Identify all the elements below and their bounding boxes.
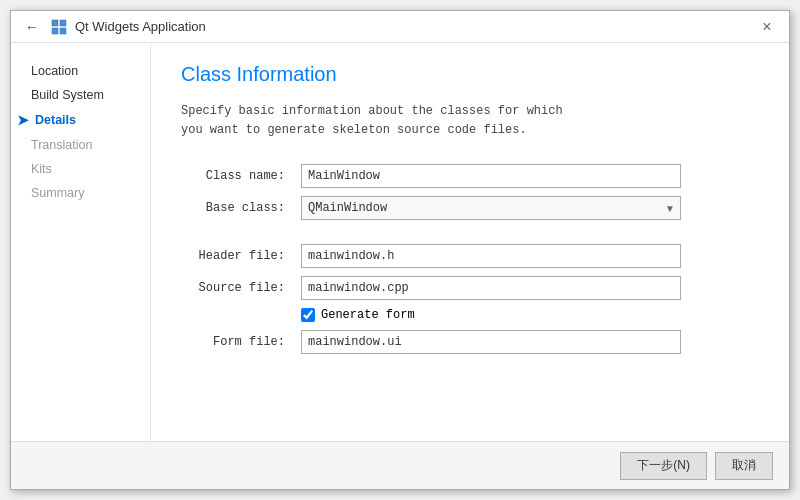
dialog-footer: 下一步(N) 取消 xyxy=(11,441,789,489)
sidebar-item-label: Kits xyxy=(31,162,52,176)
sidebar-item-details[interactable]: ➤ Details xyxy=(11,107,150,133)
close-button[interactable]: × xyxy=(755,15,779,39)
sidebar-item-label: Details xyxy=(35,113,76,127)
sidebar-item-label: Translation xyxy=(31,138,92,152)
next-button[interactable]: 下一步(N) xyxy=(620,452,707,480)
form-spacer-1 xyxy=(181,228,681,236)
cancel-button[interactable]: 取消 xyxy=(715,452,773,480)
source-file-input[interactable] xyxy=(301,276,681,300)
class-name-input[interactable] xyxy=(301,164,681,188)
base-class-label: Base class: xyxy=(181,201,291,215)
form-file-input[interactable] xyxy=(301,330,681,354)
generate-form-row: Generate form xyxy=(301,308,681,322)
svg-rect-3 xyxy=(60,28,66,34)
app-icon xyxy=(51,19,67,35)
sidebar: Location Build System ➤ Details Translat… xyxy=(11,43,151,441)
sidebar-item-location[interactable]: Location xyxy=(11,59,150,83)
class-info-form: Class name: Base class: QMainWindow QWid… xyxy=(181,164,681,354)
title-bar-left: ← Qt Widgets Application xyxy=(21,17,206,37)
sidebar-item-label: Summary xyxy=(31,186,84,200)
description: Specify basic information about the clas… xyxy=(181,102,661,140)
active-arrow-icon: ➤ xyxy=(17,112,29,128)
sidebar-item-kits[interactable]: Kits xyxy=(11,157,150,181)
dialog-window: ← Qt Widgets Application × Location Buil… xyxy=(10,10,790,490)
sidebar-item-label: Location xyxy=(31,64,78,78)
class-name-label: Class name: xyxy=(181,169,291,183)
base-class-wrapper: QMainWindow QWidget QDialog ▼ xyxy=(301,196,681,220)
svg-rect-2 xyxy=(52,28,58,34)
title-bar: ← Qt Widgets Application × xyxy=(11,11,789,43)
svg-rect-1 xyxy=(60,20,66,26)
back-button[interactable]: ← xyxy=(21,17,43,37)
sidebar-item-translation[interactable]: Translation xyxy=(11,133,150,157)
sidebar-item-label: Build System xyxy=(31,88,104,102)
form-file-label: Form file: xyxy=(181,335,291,349)
main-content: Class Information Specify basic informat… xyxy=(151,43,789,441)
sidebar-item-summary[interactable]: Summary xyxy=(11,181,150,205)
header-file-input[interactable] xyxy=(301,244,681,268)
generate-form-label[interactable]: Generate form xyxy=(321,308,415,322)
header-file-label: Header file: xyxy=(181,249,291,263)
page-title: Class Information xyxy=(181,63,759,86)
dialog-body: Location Build System ➤ Details Translat… xyxy=(11,43,789,441)
svg-rect-0 xyxy=(52,20,58,26)
window-title: Qt Widgets Application xyxy=(75,19,206,34)
sidebar-item-build-system[interactable]: Build System xyxy=(11,83,150,107)
base-class-select[interactable]: QMainWindow QWidget QDialog xyxy=(301,196,681,220)
generate-form-checkbox[interactable] xyxy=(301,308,315,322)
source-file-label: Source file: xyxy=(181,281,291,295)
